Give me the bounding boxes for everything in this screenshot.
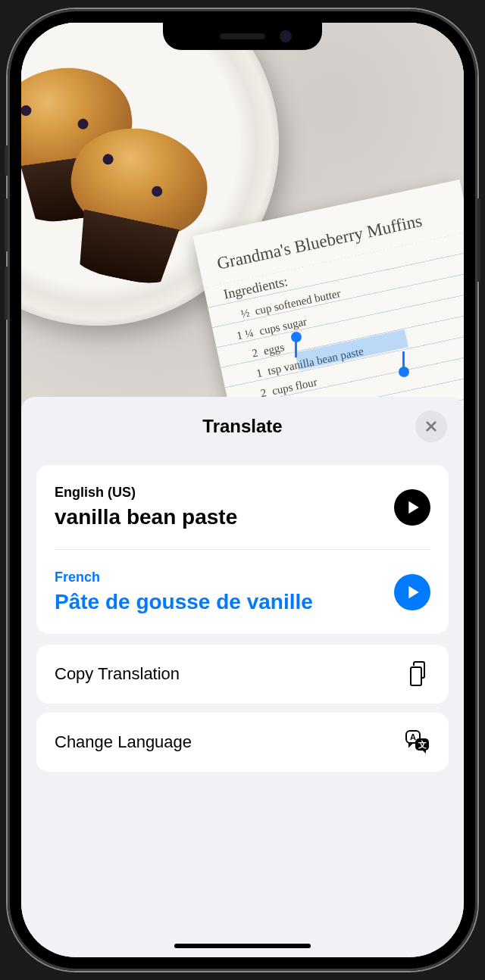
sheet-header: Translate	[21, 397, 464, 456]
source-block: English (US) vanilla bean paste	[55, 465, 430, 549]
translation-card: English (US) vanilla bean paste French P…	[36, 465, 449, 634]
selection-handle-start[interactable]	[291, 332, 302, 342]
copy-icon	[405, 661, 430, 687]
close-button[interactable]	[415, 410, 447, 442]
screen: Grandma's Blueberry Muffins Ingredients:…	[21, 23, 464, 957]
target-language-label: French	[55, 570, 385, 585]
change-language-button[interactable]: Change Language A 文	[36, 713, 449, 772]
source-text: vanilla bean paste	[55, 505, 385, 529]
svg-text:A: A	[410, 732, 416, 741]
play-icon	[407, 500, 421, 515]
phone-frame: Grandma's Blueberry Muffins Ingredients:…	[8, 9, 477, 971]
play-icon	[407, 585, 421, 600]
svg-text:文: 文	[418, 740, 427, 749]
action-label: Copy Translation	[55, 664, 180, 684]
play-target-button[interactable]	[394, 574, 430, 610]
photo-content[interactable]: Grandma's Blueberry Muffins Ingredients:…	[21, 23, 464, 432]
sheet-title: Translate	[202, 416, 282, 437]
translate-sheet: Translate English (US) vanilla bean past…	[21, 397, 464, 957]
translate-icon: A 文	[405, 729, 430, 755]
close-icon	[424, 420, 438, 433]
action-label: Change Language	[55, 732, 192, 752]
target-text: Pâte de gousse de vanille	[55, 590, 385, 614]
play-source-button[interactable]	[394, 489, 430, 526]
selection-handle-end[interactable]	[399, 367, 409, 377]
copy-translation-button[interactable]: Copy Translation	[36, 644, 449, 704]
source-language-label: English (US)	[55, 485, 385, 501]
notch	[163, 23, 322, 50]
target-block: French Pâte de gousse de vanille	[55, 549, 430, 634]
home-indicator[interactable]	[174, 944, 311, 948]
